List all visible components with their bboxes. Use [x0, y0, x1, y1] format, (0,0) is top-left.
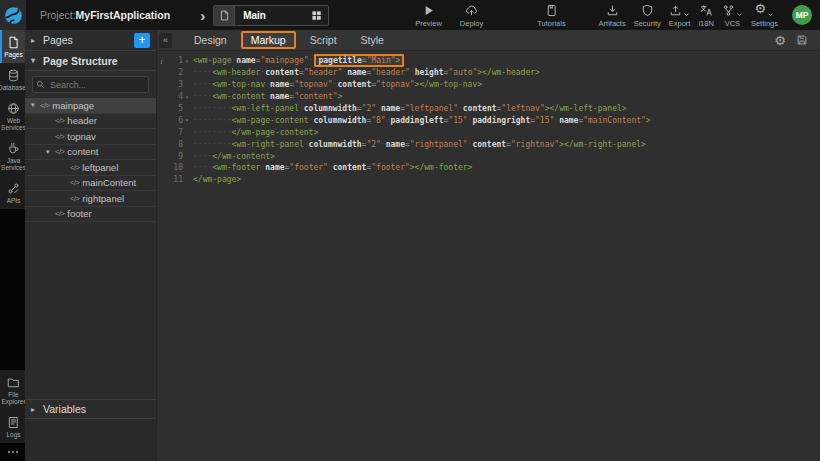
- logs-icon: [7, 416, 20, 429]
- grid-icon[interactable]: [311, 10, 328, 21]
- line-number: 4: [166, 92, 183, 101]
- language-icon: [700, 4, 713, 17]
- tree-node-label: content: [67, 146, 98, 157]
- rail-item-label: Pages: [4, 51, 22, 58]
- editor-settings-gear-icon[interactable]: ⚙: [774, 34, 786, 47]
- api-icon: [7, 182, 20, 195]
- topbar-actions-left: PreviewDeploy: [411, 3, 487, 28]
- chev-icon: [683, 11, 690, 18]
- fold-toggle-icon[interactable]: ▾: [183, 117, 191, 123]
- code-line[interactable]: 2····<wm-header·content="header"·name="h…: [157, 67, 820, 79]
- collapse-panel-button[interactable]: «: [159, 33, 172, 48]
- tree-node-leftpanel[interactable]: </>leftpanel: [25, 160, 156, 176]
- topbar-action-preview[interactable]: Preview: [411, 3, 446, 28]
- topbar: Project:MyFirstApplication › Main Previe…: [0, 0, 820, 30]
- page-selector[interactable]: Main: [213, 5, 329, 26]
- topbar-action-vcs[interactable]: VCS: [718, 3, 747, 28]
- code-line[interactable]: 4▾····<wm-content·name="content">: [157, 91, 820, 103]
- topbar-action-label: Deploy: [460, 19, 483, 28]
- more-options-button[interactable]: [0, 443, 25, 461]
- fold-toggle-icon[interactable]: ▾: [183, 94, 191, 100]
- line-number: 6: [166, 116, 183, 125]
- code-line-text: ········<wm-left-panel·columnwidth="2"·n…: [193, 104, 627, 113]
- topbar-action-label: Settings: [751, 19, 778, 28]
- rail-item-apis[interactable]: APIs: [0, 176, 25, 209]
- code-line[interactable]: 7········</wm-page-content>: [157, 126, 820, 138]
- tab-style[interactable]: Style: [351, 31, 394, 49]
- topbar-action-label: i18N: [698, 19, 713, 28]
- project-title: Project:MyFirstApplication: [40, 9, 170, 21]
- tutorials-icon: [545, 4, 558, 17]
- code-line[interactable]: 9····</wm-content>: [157, 150, 820, 162]
- topbar-action-i18n[interactable]: i18N: [694, 3, 717, 28]
- code-line[interactable]: 8········<wm-right-panel·columnwidth="2"…: [157, 138, 820, 150]
- code-line[interactable]: i1▾<wm-page·name="mainpage"·pagetitle="M…: [157, 55, 820, 67]
- left-rail: PagesDatabasesWeb ServicesJava ServicesA…: [0, 30, 25, 461]
- line-number: 3: [166, 80, 183, 89]
- code-lines: i1▾<wm-page·name="mainpage"·pagetitle="M…: [157, 55, 820, 186]
- topbar-actions-right: ArtifactsSecurityExporti18NVCS⚙Settings: [595, 3, 782, 28]
- search-input[interactable]: [32, 76, 149, 93]
- rail-item-file-explorer[interactable]: File Explorer: [0, 370, 25, 410]
- rail-item-label: File Explorer: [1, 391, 25, 405]
- code-line[interactable]: 11</wm-page>: [157, 174, 820, 186]
- rail-item-java-services[interactable]: Java Services: [0, 136, 25, 176]
- tree-node-maincontent[interactable]: </>mainContent: [25, 176, 156, 192]
- line-number: 1: [166, 56, 183, 65]
- rail-item-pages[interactable]: Pages: [0, 30, 25, 63]
- tree-node-mainpage[interactable]: ▾</>mainpage: [25, 98, 156, 114]
- code-line[interactable]: 5········<wm-left-panel·columnwidth="2"·…: [157, 103, 820, 115]
- export-icon: [669, 4, 682, 17]
- pages-section-title: Pages: [43, 34, 73, 46]
- code-line-text: ····<wm-content·name="content">: [193, 92, 342, 101]
- tree-node-rightpanel[interactable]: </>rightpanel: [25, 191, 156, 207]
- markup-code-editor[interactable]: i1▾<wm-page·name="mainpage"·pagetitle="M…: [157, 51, 820, 461]
- code-line[interactable]: 10····<wm-footer·name="footer"·content="…: [157, 162, 820, 174]
- app-logo[interactable]: [0, 0, 26, 30]
- fold-toggle-icon[interactable]: ▾: [183, 58, 191, 64]
- page-structure-header[interactable]: ▾ Page Structure: [25, 50, 156, 71]
- avatar[interactable]: MP: [792, 5, 812, 25]
- pages-section-header[interactable]: ▸ Pages +: [25, 30, 156, 50]
- code-line-text: ····<wm-header·content="header"·name="he…: [193, 68, 540, 77]
- topbar-action-settings[interactable]: ⚙Settings: [747, 3, 782, 28]
- download-icon: [606, 4, 619, 17]
- code-line[interactable]: 6▾········<wm-page-content·columnwidth="…: [157, 114, 820, 126]
- rail-item-logs[interactable]: Logs: [0, 410, 25, 443]
- topbar-action-artifacts[interactable]: Artifacts: [595, 3, 630, 28]
- tab-markup[interactable]: Markup: [241, 31, 296, 49]
- tab-design[interactable]: Design: [184, 31, 237, 49]
- folder-icon: [7, 376, 20, 389]
- tree-node-label: topnav: [67, 131, 96, 142]
- variables-section-header[interactable]: ▸ Variables: [25, 399, 156, 419]
- wavemaker-logo-icon: [4, 6, 23, 25]
- rail-item-label: Java Services: [1, 157, 26, 171]
- editor-tools: ⚙: [774, 34, 808, 47]
- widget-code-icon: </>: [70, 178, 79, 187]
- chev-icon: [736, 11, 743, 18]
- line-number: 7: [166, 128, 183, 137]
- topbar-action-security[interactable]: Security: [630, 3, 665, 28]
- variables-section-title: Variables: [43, 403, 86, 415]
- topbar-action-deploy[interactable]: Deploy: [456, 3, 487, 28]
- tree-node-header[interactable]: </>header: [25, 114, 156, 130]
- tree-node-content[interactable]: ▾</>content: [25, 145, 156, 161]
- tree-node-label: leftpanel: [82, 162, 118, 173]
- add-page-button[interactable]: +: [134, 33, 150, 48]
- line-number: 2: [166, 68, 183, 77]
- topbar-action-tutorials[interactable]: Tutorials: [533, 3, 569, 28]
- play-icon: [422, 4, 435, 17]
- save-icon[interactable]: [796, 34, 808, 46]
- rail-item-databases[interactable]: Databases: [0, 63, 25, 96]
- topbar-action-export[interactable]: Export: [665, 3, 695, 28]
- rail-item-web-services[interactable]: Web Services: [0, 96, 25, 136]
- caret-right-icon: ▸: [31, 36, 43, 45]
- topbar-action-label: Tutorials: [537, 19, 565, 28]
- search-container: [25, 71, 156, 98]
- tree-node-footer[interactable]: </>footer: [25, 207, 156, 223]
- code-line-text: ····<wm-top-nav·name="topnav"·content="t…: [193, 80, 482, 89]
- tree-node-topnav[interactable]: </>topnav: [25, 129, 156, 145]
- caret-down-icon: ▾: [46, 148, 55, 156]
- code-line[interactable]: 3····<wm-top-nav·name="topnav"·content="…: [157, 79, 820, 91]
- tab-script[interactable]: Script: [300, 31, 347, 49]
